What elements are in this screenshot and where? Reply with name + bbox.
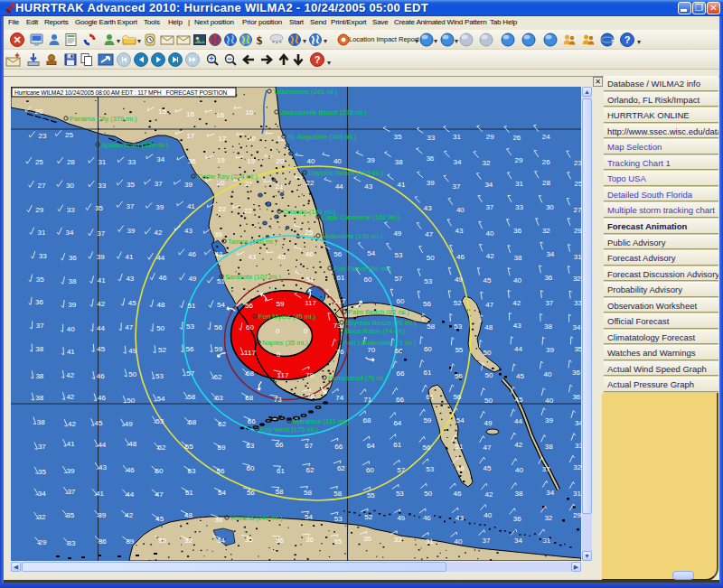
svg-text:45: 45 (516, 372, 524, 380)
svg-text:33: 33 (515, 203, 523, 211)
svg-text:36: 36 (513, 515, 521, 523)
svg-text:35: 35 (574, 345, 581, 353)
svg-text:50: 50 (424, 490, 432, 498)
svg-text:57: 57 (186, 369, 194, 378)
svg-text:50: 50 (155, 467, 164, 475)
svg-text:37: 37 (545, 299, 553, 307)
svg-text:64: 64 (393, 419, 401, 427)
svg-text:57: 57 (397, 466, 405, 474)
svg-text:43: 43 (184, 227, 192, 235)
svg-text:62: 62 (306, 466, 315, 474)
svg-text:Cedar Key (224 mi.): Cedar Key (224 mi.) (197, 173, 258, 181)
svg-text:40: 40 (484, 511, 492, 519)
svg-text:35: 35 (38, 468, 46, 476)
svg-text:46: 46 (188, 250, 196, 258)
svg-text:47: 47 (125, 323, 133, 331)
svg-text:26: 26 (542, 158, 550, 166)
svg-text:56: 56 (186, 345, 194, 353)
svg-text:59: 59 (277, 300, 285, 308)
svg-text:58: 58 (188, 418, 196, 426)
svg-text:42: 42 (155, 229, 163, 237)
svg-text:49: 49 (397, 514, 405, 522)
svg-text:46: 46 (97, 372, 105, 380)
svg-text:34: 34 (546, 489, 554, 497)
svg-text:21: 21 (245, 180, 253, 188)
svg-text:46: 46 (423, 514, 431, 522)
svg-text:33: 33 (98, 182, 106, 190)
svg-text:33: 33 (68, 539, 76, 547)
svg-text:39: 39 (427, 179, 435, 187)
svg-text:66: 66 (396, 396, 404, 404)
svg-text:36: 36 (544, 274, 552, 282)
svg-text:51: 51 (188, 302, 196, 310)
svg-text:20: 20 (35, 107, 43, 116)
svg-text:62: 62 (337, 464, 345, 472)
svg-text:Fort Myers (45 mi.): Fort Myers (45 mi.) (258, 313, 316, 321)
svg-text:66: 66 (334, 443, 343, 451)
svg-text:55: 55 (367, 491, 375, 499)
svg-text:56: 56 (333, 250, 342, 258)
svg-text:39: 39 (67, 467, 75, 475)
svg-text:59: 59 (423, 416, 431, 425)
svg-text:44: 44 (514, 417, 522, 425)
svg-text:?: ? (315, 54, 321, 65)
svg-text:50: 50 (156, 324, 164, 332)
svg-text:60: 60 (246, 323, 254, 331)
svg-text:22: 22 (218, 205, 226, 213)
svg-text:58: 58 (276, 488, 284, 496)
svg-text:76: 76 (306, 392, 315, 400)
svg-text:117: 117 (244, 349, 256, 357)
svg-text:25: 25 (65, 131, 73, 139)
svg-text:Jacksonville Beach (276 mi.): Jacksonville Beach (276 mi.) (280, 108, 367, 117)
svg-text:31: 31 (426, 537, 434, 546)
svg-text:64: 64 (367, 442, 375, 450)
svg-text:54: 54 (157, 395, 165, 403)
svg-text:53: 53 (395, 251, 403, 259)
svg-text:35: 35 (95, 204, 103, 212)
svg-text:54: 54 (367, 249, 375, 257)
svg-text:35: 35 (245, 536, 253, 544)
svg-text:58: 58 (304, 489, 312, 497)
svg-text:66: 66 (395, 347, 403, 355)
svg-text:36: 36 (305, 536, 314, 544)
svg-text:33: 33 (127, 158, 136, 166)
svg-text:52: 52 (454, 299, 462, 307)
svg-text:57: 57 (394, 275, 402, 283)
svg-text:79: 79 (305, 371, 314, 379)
svg-text:28: 28 (542, 179, 550, 187)
svg-text:45: 45 (155, 515, 164, 523)
svg-text:56: 56 (423, 443, 431, 452)
svg-text:16: 16 (216, 111, 224, 119)
svg-text:36: 36 (35, 298, 43, 306)
svg-text:63: 63 (215, 394, 223, 402)
svg-text:25: 25 (305, 229, 313, 237)
svg-text:51: 51 (455, 443, 464, 451)
svg-text:34: 34 (573, 323, 581, 331)
svg-text:34: 34 (514, 537, 522, 545)
svg-text:40: 40 (456, 206, 465, 214)
svg-text:60: 60 (364, 275, 372, 284)
svg-text:58: 58 (187, 393, 195, 401)
svg-text:39: 39 (367, 156, 375, 164)
svg-text:48: 48 (184, 511, 192, 519)
svg-text:72: 72 (611, 39, 616, 45)
svg-text:+: + (209, 54, 213, 63)
svg-text:49: 49 (125, 420, 133, 428)
svg-text:33: 33 (427, 134, 435, 142)
svg-text:66: 66 (397, 369, 405, 378)
svg-text:43: 43 (364, 182, 372, 191)
svg-text:61: 61 (393, 441, 401, 449)
svg-text:32: 32 (184, 537, 192, 545)
svg-text:58: 58 (427, 322, 435, 331)
svg-text:39: 39 (214, 230, 222, 238)
svg-text:43: 43 (424, 204, 432, 212)
svg-text:56: 56 (217, 467, 225, 475)
svg-text:40: 40 (486, 229, 494, 238)
svg-text:73: 73 (274, 396, 282, 404)
svg-text:40: 40 (67, 325, 75, 333)
svg-text:60: 60 (366, 466, 374, 474)
svg-text:41: 41 (67, 348, 75, 356)
svg-text:63: 63 (246, 442, 254, 450)
svg-text:47: 47 (155, 490, 164, 499)
svg-text:66: 66 (276, 441, 284, 449)
